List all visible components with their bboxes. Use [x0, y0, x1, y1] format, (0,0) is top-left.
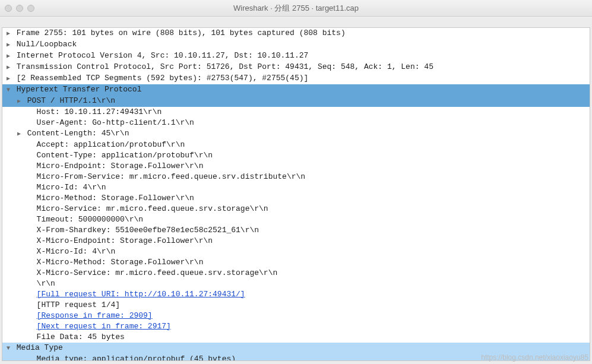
frame-row[interactable]: Frame 2755: 101 bytes on wire (808 bits)…: [2, 28, 590, 39]
link-text[interactable]: [Next request in frame: 2917]: [37, 321, 171, 332]
row-text: Accept: application/protobuf\r\n: [37, 140, 185, 150]
null-loopback-row[interactable]: Null/Loopback: [2, 39, 590, 50]
window-title: Wireshark · 分组 2755 · target11.cap: [233, 3, 359, 14]
http-request-row[interactable]: [HTTP request 1/4]: [2, 300, 590, 311]
row-text: Media type: application/protobuf (45 byt…: [37, 354, 236, 361]
tcp-row[interactable]: Transmission Control Protocol, Src Port:…: [2, 62, 590, 73]
reassembled-row[interactable]: [2 Reassembled TCP Segments (592 bytes):…: [2, 73, 590, 84]
row-text: X-Micro-Endpoint: Storage.Follower\r\n: [37, 236, 213, 246]
row-text: Null/Loopback: [17, 39, 77, 50]
frame-text: Frame 2755: 101 bytes on wire (808 bits)…: [17, 28, 346, 39]
window-controls: [5, 5, 34, 12]
header-row[interactable]: Micro-Method: Storage.Follower\r\n: [2, 193, 590, 204]
row-text: Micro-Method: Storage.Follower\r\n: [37, 193, 194, 204]
disclosure-triangle-icon[interactable]: [5, 51, 12, 62]
row-text: File Data: 45 bytes: [37, 332, 125, 343]
http-header-row[interactable]: Hypertext Transfer Protocol: [2, 84, 590, 96]
row-text: X-From-Shardkey: 5510ee0efbe78e1ec58c252…: [37, 225, 259, 236]
row-text: Hypertext Transfer Protocol: [17, 84, 142, 95]
row-text: X-Micro-Method: Storage.Follower\r\n: [37, 257, 204, 268]
titlebar[interactable]: Wireshark · 分组 2755 · target11.cap: [0, 0, 592, 17]
media-type-header-row[interactable]: Media Type: [2, 343, 590, 354]
row-text: Internet Protocol Version 4, Src: 10.10.…: [17, 50, 308, 61]
next-request-row[interactable]: [Next request in frame: 2917]: [2, 321, 590, 332]
header-row[interactable]: Micro-Endpoint: Storage.Follower\r\n: [2, 161, 590, 172]
row-text: X-Micro-Service: mr.micro.feed.queue.srv…: [37, 268, 278, 278]
disclosure-triangle-icon[interactable]: [15, 96, 23, 107]
zoom-icon[interactable]: [27, 5, 34, 12]
header-row[interactable]: X-From-Shardkey: 5510ee0efbe78e1ec58c252…: [2, 225, 590, 236]
header-row[interactable]: Timeout: 5000000000\r\n: [2, 214, 590, 225]
disclosure-triangle-icon[interactable]: [15, 129, 23, 140]
row-text: Media Type: [17, 343, 63, 353]
toolbar-area: [0, 17, 592, 27]
link-text[interactable]: [Full request URI: http://10.10.11.27:49…: [37, 289, 245, 300]
row-text: Host: 10.10.11.27:49431\r\n: [37, 107, 162, 118]
packet-details-pane[interactable]: Frame 2755: 101 bytes on wire (808 bits)…: [2, 27, 590, 361]
row-text: X-Micro-Id: 4\r\n: [37, 246, 116, 257]
row-text: Micro-From-Service: mr.micro.feed.queue.…: [37, 172, 305, 182]
header-row[interactable]: X-Micro-Service: mr.micro.feed.queue.srv…: [2, 268, 590, 278]
header-row[interactable]: Micro-Id: 4\r\n: [2, 182, 590, 193]
full-uri-row[interactable]: [Full request URI: http://10.10.11.27:49…: [2, 289, 590, 300]
file-data-row[interactable]: File Data: 45 bytes: [2, 332, 590, 343]
header-row[interactable]: X-Micro-Method: Storage.Follower\r\n: [2, 257, 590, 268]
post-line-row[interactable]: POST / HTTP/1.1\r\n: [2, 96, 590, 107]
row-text: User-Agent: Go-http-client/1.1\r\n: [37, 118, 194, 128]
header-row[interactable]: User-Agent: Go-http-client/1.1\r\n: [2, 118, 590, 128]
header-row[interactable]: \r\n: [2, 278, 590, 289]
disclosure-triangle-icon[interactable]: [5, 29, 12, 39]
watermark: https://blog.csdn.net/xiaoxiaoyu85: [481, 353, 588, 362]
row-text: [2 Reassembled TCP Segments (592 bytes):…: [17, 73, 308, 84]
response-frame-row[interactable]: [Response in frame: 2909]: [2, 311, 590, 321]
link-text[interactable]: [Response in frame: 2909]: [37, 311, 153, 321]
disclosure-triangle-icon[interactable]: [5, 74, 12, 84]
header-row[interactable]: X-Micro-Endpoint: Storage.Follower\r\n: [2, 236, 590, 246]
row-text: Timeout: 5000000000\r\n: [37, 214, 143, 225]
close-icon[interactable]: [5, 5, 12, 12]
disclosure-triangle-icon[interactable]: [5, 85, 12, 96]
header-row[interactable]: Host: 10.10.11.27:49431\r\n: [2, 107, 590, 118]
row-text: Micro-Id: 4\r\n: [37, 182, 106, 193]
row-text: Content-Length: 45\r\n: [27, 128, 129, 139]
minimize-icon[interactable]: [16, 5, 23, 12]
row-text: \r\n: [37, 278, 55, 289]
row-text: POST / HTTP/1.1\r\n: [27, 96, 115, 106]
header-row[interactable]: Content-Type: application/protobuf\r\n: [2, 150, 590, 161]
header-row[interactable]: Accept: application/protobuf\r\n: [2, 140, 590, 150]
row-text: Transmission Control Protocol, Src Port:…: [17, 62, 433, 72]
row-text: Micro-Endpoint: Storage.Follower\r\n: [37, 161, 204, 172]
row-text: Content-Type: application/protobuf\r\n: [37, 150, 213, 161]
row-text: Micro-Service: mr.micro.feed.queue.srv.s…: [37, 204, 268, 214]
disclosure-triangle-icon[interactable]: [5, 40, 12, 50]
ip-row[interactable]: Internet Protocol Version 4, Src: 10.10.…: [2, 50, 590, 62]
disclosure-triangle-icon[interactable]: [5, 343, 12, 354]
header-row[interactable]: Micro-Service: mr.micro.feed.queue.srv.s…: [2, 204, 590, 214]
content-length-row[interactable]: Content-Length: 45\r\n: [2, 128, 590, 140]
disclosure-triangle-icon[interactable]: [5, 62, 12, 73]
header-row[interactable]: Micro-From-Service: mr.micro.feed.queue.…: [2, 172, 590, 182]
header-row[interactable]: X-Micro-Id: 4\r\n: [2, 246, 590, 257]
row-text: [HTTP request 1/4]: [37, 300, 120, 311]
